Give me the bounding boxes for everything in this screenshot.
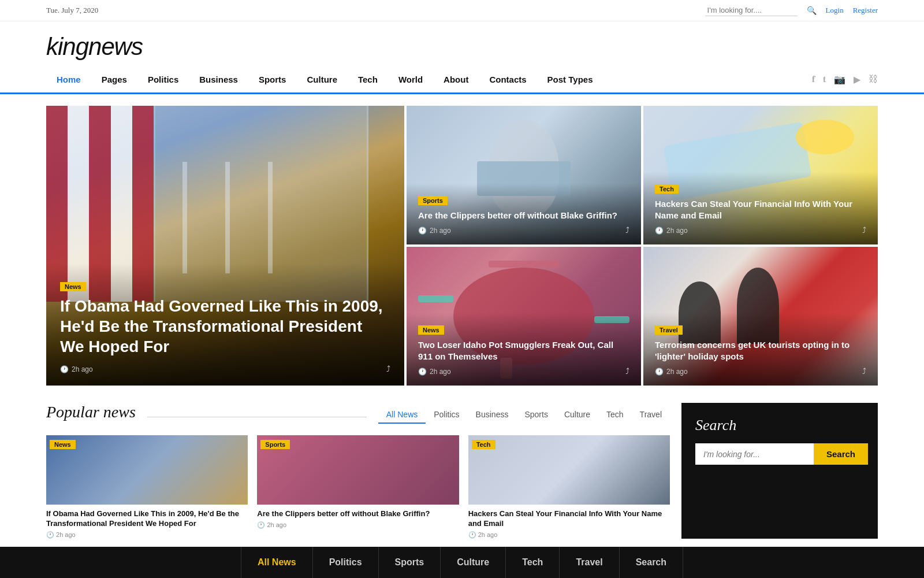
hero-card-travel-time: 🕐 2h ago	[655, 368, 688, 376]
clock-icon-tr: 🕐	[655, 368, 664, 376]
hero-card-covid-time: 🕐 2h ago	[418, 368, 451, 376]
hero-card-tech-meta: 🕐 2h ago ⤴	[655, 226, 866, 235]
popular-tab-politics[interactable]: Politics	[426, 406, 467, 424]
hero-card-travel-badge: Travel	[655, 325, 683, 335]
rss-icon[interactable]: ⛓	[869, 74, 878, 85]
nav-item-contacts[interactable]: Contacts	[479, 66, 536, 94]
site-header: kingnews	[0, 21, 924, 66]
popular-tab-all-news[interactable]: All News	[378, 406, 426, 424]
hero-card-covid-title: Two Loser Idaho Pot Smugglers Freak Out,…	[418, 339, 629, 363]
hero-card-travel-overlay: Travel Terrorism concerns get UK tourist…	[643, 313, 878, 386]
popular-tabs: All News Politics Business Sports Cultur…	[378, 406, 670, 424]
search-icon[interactable]: 🔍	[807, 6, 817, 16]
top-bar: Tue. July 7, 2020 🔍 Login Register	[0, 0, 924, 21]
nav-item-about[interactable]: About	[433, 66, 479, 94]
hero-card-sports-share[interactable]: ⤴	[625, 226, 629, 235]
hero-card-tech-share[interactable]: ⤴	[862, 226, 866, 235]
hero-card-covid-share[interactable]: ⤴	[625, 367, 629, 376]
nav-social: 𝐟 𝐭 📷 ▶ ⛓	[812, 74, 878, 85]
logo[interactable]: kingnews	[46, 33, 878, 61]
nav-links: Home Pages Politics Business Sports Cult…	[46, 66, 603, 92]
hero-card-travel-title: Terrorism concerns get UK tourists optin…	[655, 339, 866, 363]
nav-item-business[interactable]: Business	[189, 66, 248, 94]
register-link[interactable]: Register	[853, 6, 878, 15]
hero-main-card[interactable]: News If Obama Had Governed Like This in …	[46, 106, 404, 386]
facebook-icon[interactable]: 𝐟	[812, 74, 815, 85]
article-thumb-3[interactable]: Tech Hackers Can Steal Your Financial In…	[468, 435, 670, 539]
instagram-icon[interactable]: 📷	[834, 74, 845, 85]
popular-articles: News If Obama Had Governed Like This in …	[46, 435, 670, 539]
search-button[interactable]: Search	[814, 443, 868, 465]
hero-card-covid-meta: 🕐 2h ago ⤴	[418, 367, 629, 376]
article-thumb-1[interactable]: News If Obama Had Governed Like This in …	[46, 435, 248, 539]
hero-card-travel-meta: 🕐 2h ago ⤴	[655, 367, 866, 376]
search-box: Search Search	[681, 403, 878, 539]
youtube-icon[interactable]: ▶	[854, 74, 860, 85]
article-meta-1: 🕐 2h ago	[46, 531, 248, 539]
hero-card-tech-overlay: Tech Hackers Can Steal Your Financial In…	[643, 172, 878, 245]
article-badge-1: News	[50, 439, 76, 454]
article-title-2: Are the Clippers better off without Blak…	[257, 509, 459, 519]
popular-tab-travel[interactable]: Travel	[632, 406, 670, 424]
hero-card-sports[interactable]: Sports Are the Clippers better off witho…	[407, 106, 641, 244]
hero-card-tech-badge: Tech	[655, 184, 679, 194]
hero-card-sports-title: Are the Clippers better off without Blak…	[418, 210, 629, 221]
article-img-bg-1	[46, 435, 248, 505]
login-link[interactable]: Login	[826, 6, 844, 15]
popular-left: Popular news All News Politics Business …	[46, 403, 670, 539]
popular-tab-business[interactable]: Business	[468, 406, 517, 424]
nav-item-sports[interactable]: Sports	[248, 66, 297, 94]
date: Tue. July 7, 2020	[46, 6, 98, 15]
search-input-top[interactable]	[705, 5, 798, 16]
article-badge-2: Sports	[260, 439, 290, 454]
hero-card-covid-badge: News	[418, 325, 444, 335]
main-nav: Home Pages Politics Business Sports Cult…	[0, 66, 924, 94]
hero-card-covid[interactable]: News Two Loser Idaho Pot Smugglers Freak…	[407, 247, 641, 386]
article-thumb-img-3: Tech	[468, 435, 670, 505]
nav-item-tech[interactable]: Tech	[348, 66, 388, 94]
popular-section: Popular news All News Politics Business …	[46, 403, 878, 539]
nav-item-culture[interactable]: Culture	[296, 66, 348, 94]
logo-bold: king	[46, 33, 88, 60]
popular-tab-culture[interactable]: Culture	[556, 406, 598, 424]
hero-grid: News If Obama Had Governed Like This in …	[46, 106, 878, 386]
twitter-icon[interactable]: 𝐭	[823, 74, 826, 85]
search-input[interactable]	[695, 443, 814, 465]
hero-card-tech-title: Hackers Can Steal Your Financial Info Wi…	[655, 198, 866, 222]
article-thumb-img-1: News	[46, 435, 248, 505]
clock-icon-s: 🕐	[418, 227, 427, 235]
clock-icon: 🕐	[60, 365, 69, 373]
hero-card-sports-meta: 🕐 2h ago ⤴	[418, 226, 629, 235]
popular-tab-tech[interactable]: Tech	[598, 406, 632, 424]
hero-card-sports-time: 🕐 2h ago	[418, 227, 451, 235]
article-meta-2: 🕐 2h ago	[257, 521, 459, 529]
hero-main-badge: News	[60, 282, 86, 291]
hero-main-share[interactable]: ⤴	[386, 365, 390, 374]
article-thumb-2[interactable]: Sports Are the Clippers better off witho…	[257, 435, 459, 539]
nav-item-politics[interactable]: Politics	[137, 66, 189, 94]
hero-main-meta: 🕐 2h ago ⤴	[60, 365, 390, 374]
logo-italic: news	[88, 33, 143, 60]
popular-header: Popular news All News Politics Business …	[46, 403, 670, 424]
article-title-1: If Obama Had Governed Like This in 2009,…	[46, 509, 248, 529]
hero-card-travel[interactable]: Travel Terrorism concerns get UK tourist…	[643, 247, 878, 386]
clock-icon-t: 🕐	[655, 227, 664, 235]
hero-card-covid-overlay: News Two Loser Idaho Pot Smugglers Freak…	[407, 313, 641, 386]
nav-item-pages[interactable]: Pages	[91, 66, 137, 94]
article-img-bg-3	[468, 435, 670, 505]
article-badge-3: Tech	[472, 439, 495, 454]
popular-tab-sports[interactable]: Sports	[516, 406, 556, 424]
hero-card-tech-time: 🕐 2h ago	[655, 227, 688, 235]
hero-main-time: 🕐 2h ago	[60, 365, 93, 373]
hero-card-tech[interactable]: Tech Hackers Can Steal Your Financial In…	[643, 106, 878, 244]
popular-divider	[147, 417, 367, 417]
hero-card-travel-share[interactable]: ⤴	[862, 367, 866, 376]
nav-item-world[interactable]: World	[388, 66, 433, 94]
search-row: Search	[695, 443, 864, 465]
article-meta-3: 🕐 2h ago	[468, 531, 670, 539]
nav-item-post-types[interactable]: Post Types	[537, 66, 603, 94]
hero-card-sports-overlay: Sports Are the Clippers better off witho…	[407, 183, 641, 244]
hero-card-sports-badge: Sports	[418, 196, 448, 205]
hero-main-title: If Obama Had Governed Like This in 2009,…	[60, 296, 390, 357]
nav-item-home[interactable]: Home	[46, 66, 91, 94]
